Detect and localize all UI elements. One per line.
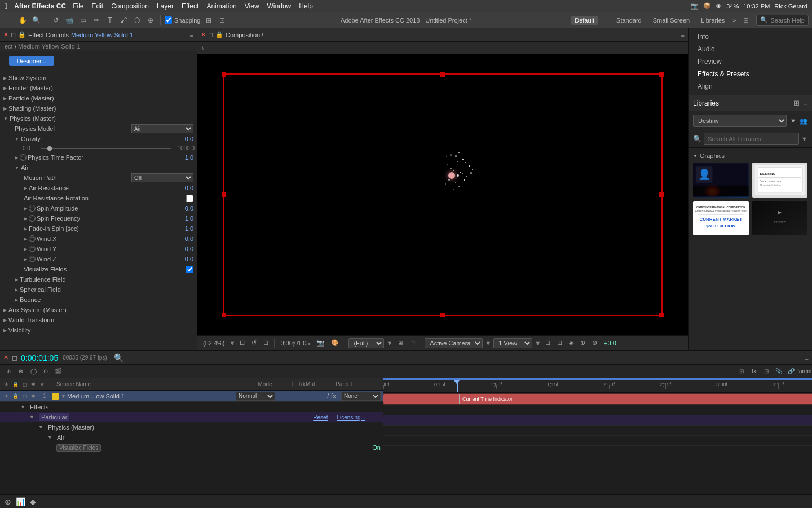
- physics-time-value[interactable]: 1.0: [160, 154, 193, 161]
- workspace-default[interactable]: Default: [571, 16, 598, 25]
- visualize-fields-checkbox[interactable]: [186, 266, 193, 273]
- prop-physics-master[interactable]: Physics (Master): [0, 113, 197, 124]
- tl-tool-parent[interactable]: Parent: [798, 366, 809, 376]
- motion-path-select[interactable]: Off On: [131, 173, 193, 182]
- handle-top-left[interactable]: [222, 72, 226, 77]
- prop-physics-time[interactable]: ◯ Physics Time Factor 1.0: [0, 152, 197, 163]
- menu-help[interactable]: Help: [299, 2, 313, 10]
- track-row-effects[interactable]: [383, 405, 812, 415]
- gravity-slider[interactable]: [41, 148, 171, 149]
- timeline-menu[interactable]: ≡: [805, 354, 809, 361]
- gravity-value[interactable]: 0.0: [160, 135, 193, 142]
- viewer-rotate-btn[interactable]: ↺: [249, 339, 259, 347]
- prop-shading-master[interactable]: Shading (Master): [0, 103, 197, 113]
- physics-model-select[interactable]: Air Bounce: [131, 124, 193, 133]
- viewer-render-btn[interactable]: ⊕: [578, 339, 588, 347]
- layer-solo-btn[interactable]: ◻: [20, 392, 28, 400]
- graphic-item-2[interactable]: DESTINO Some content here More details b…: [752, 163, 808, 198]
- prop-emitter-master[interactable]: Emitter (Master): [0, 83, 197, 93]
- timeline-timecode[interactable]: 0:00:01:05: [21, 353, 58, 362]
- tab-effects-presets[interactable]: Effects & Presets: [689, 68, 812, 80]
- handle-top-mid[interactable]: [440, 72, 445, 77]
- viewer-zoom-display[interactable]: (82.4%): [201, 339, 227, 347]
- layer-particular-row[interactable]: ▼ Particular Reset Licensing... —: [0, 412, 383, 422]
- panel-lock-icon[interactable]: 🔒: [18, 31, 26, 38]
- prop-fade-in-spin[interactable]: Fade-in Spin [sec] 1.0: [0, 224, 197, 234]
- fade-in-spin-value[interactable]: 1.0: [160, 225, 193, 232]
- layer-effects-row[interactable]: ▼ Effects: [0, 402, 383, 412]
- tl-tool-1[interactable]: ⊕: [3, 366, 14, 376]
- toolbar-brush-tool[interactable]: 🖌: [118, 15, 129, 26]
- prop-world-transform[interactable]: World Transform: [0, 315, 197, 325]
- prop-air-resistance-rotation[interactable]: Air Resistance Rotation: [0, 193, 197, 203]
- panel-close-btn[interactable]: ✕: [3, 31, 8, 38]
- comp-close[interactable]: ✕: [201, 31, 206, 38]
- layer-fx-icon[interactable]: / fx: [323, 392, 340, 400]
- effects-expand[interactable]: ▼: [20, 404, 25, 410]
- tl-tool-4[interactable]: ⊙: [41, 366, 51, 376]
- workspace-libraries[interactable]: Libraries: [698, 16, 728, 25]
- cycle-spin-freq[interactable]: ◯: [29, 215, 36, 222]
- viewer-toggle-btn[interactable]: ⊗: [590, 339, 599, 347]
- toolbar-text-tool[interactable]: T: [104, 15, 116, 26]
- workspace-panel-toggle[interactable]: ⊟: [740, 15, 752, 26]
- cycle-spin-amp[interactable]: ◯: [29, 205, 36, 212]
- prop-gravity[interactable]: Gravity 0.0: [0, 134, 197, 144]
- handle-top-right[interactable]: [659, 72, 664, 77]
- layer-physics-row[interactable]: ▼ Physics (Master): [0, 422, 383, 432]
- layer-row-1[interactable]: 👁 🔒 ◻ ✱ 1 ▼ Medium ...ow Solid 1 Normal …: [0, 391, 383, 402]
- comp-menu[interactable]: ≡: [681, 32, 685, 38]
- menu-view[interactable]: View: [245, 2, 259, 10]
- graphic-item-3[interactable]: CNTEX INTERNATIONAL CORPORATION PAN AFRI…: [693, 201, 749, 236]
- prop-air-section[interactable]: Air: [0, 163, 197, 173]
- menu-layer[interactable]: Layer: [157, 2, 174, 10]
- layer-visualize-row[interactable]: Visualize Fields On: [0, 443, 383, 453]
- footer-graph-icon[interactable]: 📊: [16, 497, 25, 506]
- graphic-item-4[interactable]: ▶ Preview: [752, 201, 808, 236]
- comp-lock[interactable]: 🔒: [215, 31, 223, 38]
- handle-bottom-right[interactable]: [659, 313, 664, 317]
- viewer-overlay-btn[interactable]: ⊡: [555, 339, 564, 347]
- prop-visualize-fields[interactable]: Visualize Fields: [0, 264, 197, 274]
- handle-bottom-mid[interactable]: [440, 313, 445, 317]
- gravity-slider-thumb[interactable]: [47, 146, 52, 151]
- timeline-close[interactable]: ✕: [3, 354, 8, 361]
- prop-spin-amplitude[interactable]: ◯ Spin Amplitude 0.0: [0, 203, 197, 213]
- air-resistance-rotation-checkbox[interactable]: [186, 195, 193, 202]
- layer-effects-btn[interactable]: ✱: [29, 392, 37, 400]
- prop-air-resistance[interactable]: Air Resistance 0.0: [0, 183, 197, 193]
- toolbar-select-tool[interactable]: ◻: [3, 15, 15, 26]
- graphics-caret[interactable]: [693, 153, 698, 159]
- camera-select[interactable]: Active Camera: [425, 338, 483, 348]
- prop-wind-z[interactable]: ◯ Wind Z 0.0: [0, 254, 197, 264]
- footer-add-icon[interactable]: ⊕: [5, 497, 11, 506]
- toolbar-puppet-tool[interactable]: ⊕: [145, 15, 156, 26]
- layer-expand-arrow[interactable]: ▼: [61, 393, 66, 399]
- tab-info[interactable]: Info: [689, 30, 812, 43]
- toolbar-hand-tool[interactable]: ✋: [17, 15, 28, 26]
- cycle-wind-y[interactable]: ◯: [29, 246, 36, 252]
- reset-link[interactable]: Reset: [313, 414, 328, 421]
- tl-tool-9[interactable]: 📎: [774, 366, 784, 376]
- prop-turbulence-field[interactable]: Turbulence Field: [0, 274, 197, 284]
- library-collab-icon[interactable]: 👥: [800, 117, 807, 125]
- physics-expand[interactable]: ▼: [38, 424, 43, 430]
- panel-menu-icon[interactable]: ≡: [190, 32, 193, 38]
- handle-mid-right[interactable]: [659, 192, 664, 197]
- spin-frequency-value[interactable]: 1.0: [160, 215, 193, 222]
- viewer-monitor-icon[interactable]: 🖥: [395, 339, 405, 347]
- tl-tool-7[interactable]: fx: [749, 366, 759, 376]
- library-select[interactable]: Destiny My Library: [693, 115, 787, 127]
- viewer-reset-btn[interactable]: ⊞: [261, 339, 271, 347]
- layer-lock-btn[interactable]: 🔒: [11, 392, 19, 400]
- licensing-link[interactable]: Licensing...: [337, 414, 365, 421]
- workspace-small-screen[interactable]: Small Screen: [650, 16, 693, 25]
- prop-spherical-field[interactable]: Spherical Field: [0, 284, 197, 295]
- lib-grid-view-icon[interactable]: ⊞: [793, 99, 800, 107]
- viewer-alpha-icon[interactable]: ◻: [408, 339, 417, 347]
- lib-list-view-icon[interactable]: ≡: [803, 99, 807, 107]
- menu-effect[interactable]: Effect: [182, 2, 198, 10]
- layer-air-row[interactable]: ▼ Air: [0, 432, 383, 443]
- snapping-checkbox[interactable]: [165, 16, 172, 24]
- viewer-camera-snap[interactable]: 📷: [314, 339, 326, 347]
